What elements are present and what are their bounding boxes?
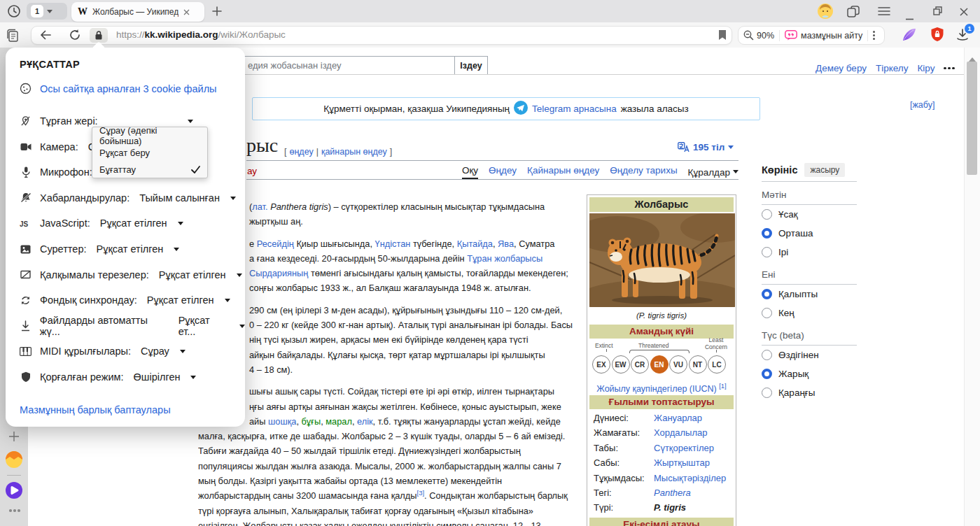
- permission-value[interactable]: Тыйым салынған: [139, 192, 220, 204]
- radio-selected-icon[interactable]: [762, 369, 772, 379]
- url-text[interactable]: https://kk.wikipedia.org/wiki/Жолбарыс: [116, 29, 286, 40]
- rail-add-icon[interactable]: [8, 431, 20, 445]
- wiki-top-link[interactable]: Кіру: [917, 63, 934, 73]
- article-link[interactable]: Үндістан: [375, 239, 411, 249]
- tab-close-icon[interactable]: [183, 6, 190, 18]
- permission-row-bell-off[interactable]: Хабарландырулар:Тыйым салынған: [20, 190, 236, 206]
- omnibox-more-icon[interactable]: [873, 31, 875, 40]
- permission-value[interactable]: Рұқсат етілген: [159, 269, 226, 280]
- radio-icon[interactable]: [762, 308, 772, 318]
- wiki-search-button[interactable]: Іздеу: [454, 56, 488, 75]
- browser-tab[interactable]: W Жолбарыс — Уикипед: [71, 2, 204, 22]
- permission-row-sync[interactable]: Фондық синхрондау:Рұқсат етілген: [20, 292, 230, 308]
- article-link[interactable]: [3]: [417, 489, 425, 497]
- dropdown-item[interactable]: Рұқсат беру: [92, 144, 207, 161]
- taxonomy-value[interactable]: Хордалылар: [654, 425, 707, 440]
- radio-icon[interactable]: [762, 209, 772, 220]
- radio-selected-icon[interactable]: [762, 289, 772, 299]
- side-panels-icon[interactable]: [847, 6, 860, 20]
- article-link[interactable]: бұғы: [302, 416, 321, 427]
- permission-value[interactable]: Рұқсат етілген: [147, 294, 214, 306]
- radio-selected-icon[interactable]: [762, 228, 772, 239]
- banner-close-link[interactable]: [жабу]: [910, 100, 934, 110]
- appearance-hide-button[interactable]: жасыру: [804, 163, 845, 177]
- protect-shield-icon[interactable]: [930, 27, 945, 45]
- radio-option[interactable]: Ұсақ: [762, 205, 857, 224]
- edit-source-link[interactable]: қайнарын өңдеу: [321, 147, 387, 157]
- sidebar-toggle-icon[interactable]: [6, 29, 20, 45]
- radio-option[interactable]: Жарық: [762, 364, 857, 383]
- profile-avatar[interactable]: [818, 3, 833, 22]
- view-tab[interactable]: Оқу: [462, 165, 478, 179]
- content-settings-link[interactable]: Мазмұнның барлық баптаулары: [20, 404, 171, 415]
- article-link[interactable]: Ресейдің: [257, 239, 294, 249]
- article-link[interactable]: Тұран жолбарысы: [467, 253, 542, 264]
- page-scrollbar-thumb[interactable]: [967, 62, 977, 175]
- taxonomy-value[interactable]: Мысықтәрізділер: [654, 471, 726, 485]
- taxonomy-value[interactable]: Сүтқоректілер: [654, 441, 714, 455]
- cookies-link[interactable]: Осы сайтқа арналған 3 cookie файлы: [40, 83, 217, 94]
- view-tab[interactable]: Өңдеу: [489, 165, 517, 179]
- taxonomy-value[interactable]: Жыртқыштар: [654, 455, 710, 470]
- wiki-top-link[interactable]: Демеу беру: [816, 63, 867, 73]
- window-minimize-button[interactable]: [906, 10, 913, 23]
- article-link[interactable]: Ява: [498, 239, 514, 249]
- article-link[interactable]: лат.: [252, 201, 267, 212]
- new-tab-button[interactable]: [211, 6, 223, 20]
- article-link[interactable]: Сырдарияның: [249, 268, 308, 278]
- tiger-photo[interactable]: [589, 213, 734, 309]
- window-restore-button[interactable]: [933, 6, 942, 18]
- language-selector[interactable]: 195 тіл: [678, 142, 734, 152]
- view-tab[interactable]: Құралдар: [688, 165, 738, 179]
- dropdown-item[interactable]: Сұрау (әдепкі бойынша): [92, 127, 207, 144]
- iucn-link[interactable]: Жойылу қаупіндегілер (IUCN): [596, 384, 716, 394]
- permission-value[interactable]: Сұрау: [141, 346, 169, 357]
- view-tab[interactable]: Қайнарын өңдеу: [527, 165, 599, 179]
- permission-value[interactable]: Өшірілген: [134, 371, 181, 383]
- yandex-pen-icon[interactable]: [902, 27, 917, 45]
- radio-option[interactable]: Ірі: [762, 243, 857, 262]
- radio-option[interactable]: Қараңғы: [762, 383, 857, 402]
- permission-row-download[interactable]: Файлдарды автоматты жү...Рұқсат ет...: [20, 318, 245, 334]
- site-lock-icon[interactable]: [90, 28, 108, 43]
- permission-row-midi[interactable]: MIDI құрылғылары:Сұрау: [20, 343, 186, 359]
- radio-icon[interactable]: [762, 247, 772, 257]
- wiki-top-link[interactable]: Тіркелу: [876, 63, 909, 73]
- zoom-control[interactable]: 90%: [743, 30, 774, 41]
- article-link[interactable]: Қытайда: [457, 239, 493, 249]
- taxonomy-value[interactable]: Жануарлар: [654, 411, 702, 425]
- taxonomy-value[interactable]: Panthera: [654, 485, 691, 500]
- window-close-button[interactable]: [960, 6, 968, 19]
- read-aloud-button[interactable]: мазмұнын айту: [785, 30, 862, 41]
- edit-link[interactable]: өңдеу: [289, 147, 313, 157]
- article-link[interactable]: елік: [357, 416, 373, 427]
- reload-button[interactable]: [69, 29, 81, 44]
- permission-row-js[interactable]: JSJavaScript:Рұқсат етілген: [20, 215, 183, 231]
- permission-row-location-off[interactable]: Тұрған жері:: [20, 113, 98, 129]
- article-link[interactable]: шошқа: [268, 416, 296, 427]
- rail-service-icon[interactable]: [6, 451, 22, 471]
- menu-hamburger-icon[interactable]: [878, 6, 890, 19]
- tab-counter[interactable]: 1: [27, 3, 67, 20]
- telegram-link[interactable]: Telegram арнасына: [532, 104, 617, 114]
- alice-assistant-icon[interactable]: [6, 482, 22, 502]
- scrollbar-up-arrow[interactable]: [969, 54, 976, 62]
- permission-row-image[interactable]: Суреттер:Рұқсат етілген: [20, 241, 179, 257]
- history-clock-icon[interactable]: [7, 4, 21, 21]
- permission-row-shield[interactable]: Қорғалған режим:Өшірілген: [20, 369, 196, 385]
- permission-value[interactable]: Рұқсат етілген: [100, 218, 167, 229]
- permission-value[interactable]: Рұқсат етілген: [96, 243, 163, 255]
- radio-option[interactable]: Кең: [762, 304, 857, 322]
- bookmark-flag-icon[interactable]: [718, 29, 727, 43]
- radio-icon[interactable]: [762, 350, 772, 360]
- wiki-search-input[interactable]: [241, 56, 455, 75]
- rail-more-icon[interactable]: [9, 509, 20, 512]
- permission-row-popup[interactable]: Қалқымалы терезелер:Рұқсат етілген: [20, 267, 242, 283]
- article-link[interactable]: марал: [326, 416, 352, 427]
- permission-value[interactable]: Рұқсат ет...: [178, 315, 229, 337]
- radio-option[interactable]: Орташа: [762, 224, 857, 243]
- dropdown-item[interactable]: Бұғаттау: [92, 161, 207, 178]
- reference-1[interactable]: [1]: [719, 382, 727, 390]
- wiki-user-more-icon[interactable]: [944, 67, 955, 70]
- radio-option[interactable]: Өздігінен: [762, 346, 857, 364]
